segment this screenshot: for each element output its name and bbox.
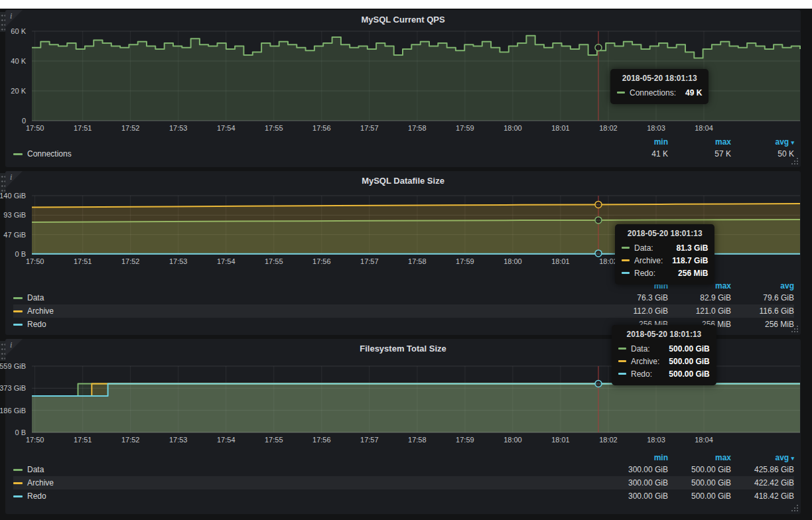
x-tick-label: 17:55 (258, 257, 290, 265)
x-tick-label: 17:52 (115, 257, 147, 265)
x-tick-label: 17:53 (163, 257, 194, 265)
x-tick-label: 17:53 (163, 436, 194, 444)
legend-stat-avg: 256 MiB (731, 320, 794, 329)
x-tick-label: 17:51 (67, 436, 99, 444)
x-tick-label: 18:01 (545, 257, 576, 265)
legend-stat-max: 82.9 GiB (668, 293, 731, 302)
sort-caret-icon: ▾ (791, 455, 794, 462)
legend-stat-header-min[interactable]: min (605, 137, 668, 147)
series-dash-icon (13, 153, 23, 155)
legend-series-name[interactable]: Redo (27, 491, 46, 501)
legend-stat-header-max[interactable]: max (668, 137, 731, 147)
x-tick-label: 17:58 (401, 436, 433, 444)
legend-stat-avg: 425.86 GiB (731, 465, 794, 474)
y-axis-labels: 020 K40 K60 K (5, 31, 31, 121)
x-tick-label: 18:04 (688, 124, 720, 132)
x-axis-labels: 17:5017:5117:5217:5317:5417:5517:5617:57… (32, 436, 800, 445)
series-dash-icon (13, 297, 23, 299)
panel-title[interactable]: MySQL Current QPS (5, 15, 801, 25)
tooltip-timestamp: 2018-05-20 18:01:13 (617, 74, 702, 83)
legend-stat-avg: 50 K (731, 149, 794, 159)
x-tick-label: 18:02 (592, 124, 624, 132)
x-tick-label: 17:58 (401, 124, 433, 132)
x-tick-label: 17:57 (354, 124, 385, 132)
legend-series-name[interactable]: Data (27, 465, 44, 474)
x-tick-label: 17:56 (306, 124, 338, 132)
legend-series-name[interactable]: Connections (27, 149, 72, 159)
legend-series-name[interactable]: Archive (27, 306, 54, 316)
y-tick-label: 186 GiB (0, 407, 26, 415)
x-tick-label: 17:54 (210, 257, 242, 265)
legend-series-name[interactable]: Data (27, 293, 44, 302)
tooltip-timestamp: 2018-05-20 18:01:13 (622, 229, 708, 238)
legend-stat-header-max[interactable]: max (668, 453, 731, 462)
x-tick-label: 18:00 (497, 436, 529, 444)
x-tick-label: 17:56 (306, 436, 338, 444)
x-tick-label: 17:54 (210, 436, 242, 444)
legend-stats-header: minmaxavg ▾ (13, 452, 794, 463)
resize-grip[interactable] (797, 163, 798, 164)
x-tick-label: 18:01 (545, 436, 576, 444)
legend-stat-min: 76.3 GiB (605, 293, 668, 302)
legend-stat-header-min[interactable]: min (605, 453, 668, 462)
x-tick-label: 17:59 (449, 257, 481, 265)
resize-grip[interactable] (797, 331, 798, 332)
y-axis-labels: 0 B47 GiB93 GiB140 GiB (5, 196, 31, 254)
x-tick-label: 18:00 (497, 124, 529, 132)
legend-stat-min: 300.00 GiB (605, 465, 668, 474)
x-tick-label: 17:58 (401, 257, 433, 265)
x-tick-label: 17:51 (67, 124, 99, 132)
x-tick-label: 17:59 (449, 124, 481, 132)
legend-series-name[interactable]: Redo (27, 320, 46, 329)
legend-row-archive: Archive300.00 GiB500.00 GiB422.42 GiB (13, 476, 794, 489)
legend-stat-max: 57 K (668, 149, 731, 159)
legend-stat-header-avg[interactable]: avg (731, 281, 794, 291)
tooltip-row: Data: 81.3 GiB (622, 241, 708, 254)
series-dash-icon (13, 495, 23, 497)
series-dash-icon (13, 482, 23, 484)
x-tick-label: 17:52 (115, 124, 147, 132)
x-tick-label: 17:55 (258, 124, 290, 132)
legend-stats-header: minmaxavg ▾ (13, 136, 794, 147)
legend-stat-avg: 79.6 GiB (731, 293, 794, 302)
legend-stat-avg: 418.42 GiB (731, 491, 794, 501)
sort-caret-icon: ▾ (791, 139, 794, 146)
x-tick-label: 18:04 (688, 436, 720, 444)
series-dash-icon (618, 373, 626, 375)
legend-stat-header-avg[interactable]: avg ▾ (731, 453, 794, 462)
legend-row-redo: Redo300.00 GiB500.00 GiB418.42 GiB (13, 489, 794, 503)
legend-stat-max: 500.00 GiB (668, 491, 731, 501)
legend-stat-min: 300.00 GiB (605, 491, 668, 501)
series-dash-icon (618, 348, 626, 350)
x-tick-label: 17:57 (354, 436, 385, 444)
legend-stat-max: 500.00 GiB (668, 478, 731, 487)
x-tick-label: 18:03 (640, 436, 672, 444)
y-tick-label: 40 K (0, 57, 26, 65)
x-tick-label: 18:02 (592, 436, 624, 444)
series-dash-icon (622, 247, 630, 249)
series-dash-icon (13, 469, 23, 471)
series-dash-icon (622, 272, 630, 274)
panel-title[interactable]: MySQL Datafile Size (5, 176, 801, 186)
legend-series-name[interactable]: Archive (27, 478, 54, 487)
tooltip-qps: 2018-05-20 18:01:13 Connections: 49 K (610, 69, 709, 104)
x-tick-label: 17:53 (163, 124, 194, 132)
y-tick-label: 373 GiB (0, 384, 26, 392)
legend-row-connections: Connections41 K57 K50 K (13, 147, 794, 161)
x-tick-label: 17:52 (115, 436, 147, 444)
legend-stat-min: 41 K (605, 149, 668, 159)
legend: minmaxavg ▾Connections41 K57 K50 K (13, 136, 794, 161)
y-tick-label: 93 GiB (0, 211, 26, 219)
legend-stat-avg: 116.6 GiB (731, 306, 794, 316)
tooltip-filesystem: 2018-05-20 18:01:13 Data: 500.00 GiB Arc… (612, 325, 716, 385)
tooltip-row: Connections: 49 K (617, 86, 702, 99)
series-dash-icon (617, 92, 625, 94)
tooltip-row: Archive: 118.7 GiB (622, 254, 708, 267)
resize-grip[interactable] (797, 510, 798, 511)
legend-stat-min: 112.0 GiB (605, 306, 668, 316)
x-tick-label: 17:50 (19, 124, 51, 132)
x-tick-label: 17:59 (449, 436, 481, 444)
y-tick-label: 20 K (0, 87, 26, 95)
legend-stat-header-avg[interactable]: avg ▾ (731, 137, 794, 147)
tooltip-row: Data: 500.00 GiB (618, 342, 710, 355)
